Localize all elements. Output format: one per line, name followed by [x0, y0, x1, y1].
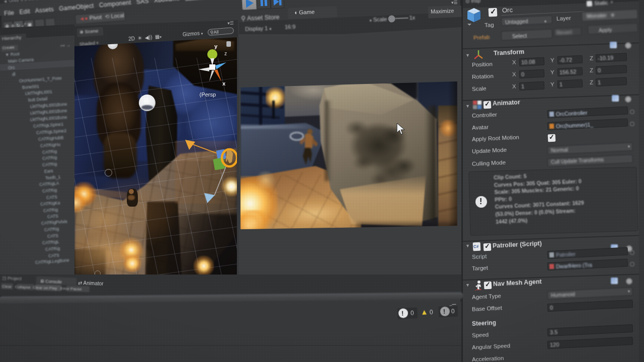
svg-text:y: y: [214, 43, 218, 49]
svg-text:z: z: [224, 51, 227, 56]
svg-text:x: x: [222, 80, 226, 86]
